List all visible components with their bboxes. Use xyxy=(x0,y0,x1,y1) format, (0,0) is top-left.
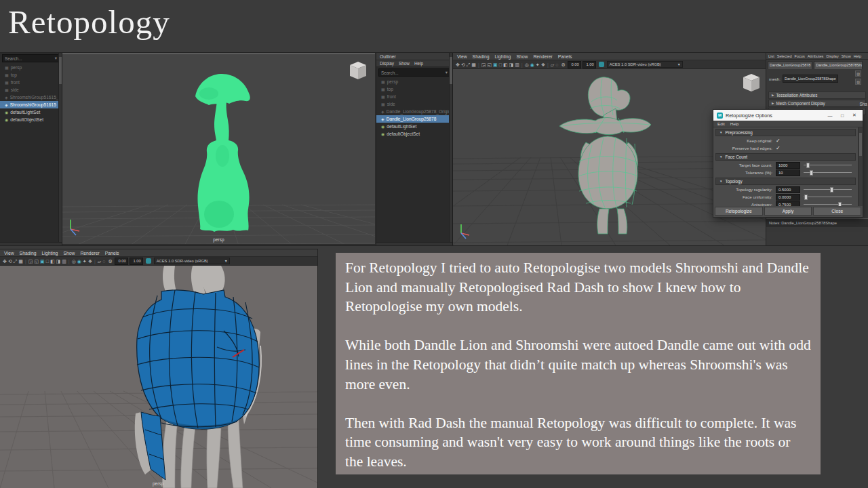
scrollbar-horizontal[interactable] xyxy=(376,242,452,245)
viewport-rad-dash[interactable]: persp xyxy=(0,266,317,488)
toolbar-icon[interactable]: ⟲ xyxy=(460,61,466,68)
outliner-item[interactable]: ▦ top xyxy=(0,71,62,79)
toolbar-icon[interactable]: ✥ xyxy=(455,61,460,68)
exposure-value[interactable]: 0.00 xyxy=(568,61,581,68)
toolbar-icon[interactable]: ▣ xyxy=(492,61,498,68)
menu-item[interactable]: Shading xyxy=(20,251,37,256)
toolbar-icon[interactable]: ◉ xyxy=(77,258,82,265)
menu-item[interactable]: Selected xyxy=(777,54,792,58)
menu-item[interactable]: Edit xyxy=(717,121,725,126)
mesh-name-field[interactable]: Dandle_LionGroup25878Shape xyxy=(783,75,838,83)
outliner-item[interactable]: ▦ top xyxy=(376,85,452,93)
toolbar-icon[interactable]: ◲ xyxy=(28,258,34,265)
toolbar-icon[interactable]: ◱ xyxy=(486,61,492,68)
face-uniformity-input[interactable]: 0.0000 xyxy=(776,194,800,201)
outliner-search-a[interactable]: Search... ▾ xyxy=(2,54,60,62)
menu-item[interactable]: Show xyxy=(63,251,75,256)
section-mesh-component-display[interactable]: ▶ Mesh Component Display xyxy=(768,100,866,107)
scrollbar[interactable] xyxy=(58,53,62,242)
menu-item[interactable]: Lighting xyxy=(42,251,58,256)
toolbar-icon[interactable]: ◨ xyxy=(56,258,62,265)
scrollbar-horizontal[interactable] xyxy=(0,242,62,245)
menu-item[interactable]: Focus xyxy=(795,54,805,58)
toolbar-icon[interactable]: ✥ xyxy=(2,258,7,265)
toolbar-icon[interactable]: ❖ xyxy=(540,61,546,68)
menu-item[interactable]: Help xyxy=(414,61,423,66)
scrollbar[interactable] xyxy=(449,53,452,242)
menu-item[interactable]: Renderer xyxy=(80,251,99,256)
apply-button[interactable]: Apply xyxy=(764,207,812,216)
anisotropy-slider[interactable] xyxy=(804,201,852,206)
menu-item[interactable]: List xyxy=(768,54,774,58)
tab-shape[interactable]: Dandle_LionGroup25878Shape xyxy=(814,61,863,69)
color-management-icon[interactable] xyxy=(146,258,151,264)
section-tessellation[interactable]: ▶ Tessellation Attributes xyxy=(768,92,866,99)
tolerance-slider[interactable] xyxy=(804,169,852,176)
menu-item[interactable]: Show xyxy=(516,54,528,59)
menu-item[interactable]: Lighting xyxy=(495,54,511,59)
keep-original-checkbox[interactable]: ✓ xyxy=(776,138,781,144)
outliner-item[interactable]: ▦ front xyxy=(376,93,452,100)
toolbar-icon[interactable]: ◧ xyxy=(502,61,509,68)
toolbar-icon[interactable]: ❖ xyxy=(87,258,93,265)
minimize-button[interactable]: — xyxy=(825,113,835,118)
outliner-item[interactable]: ▦ persp xyxy=(0,64,62,71)
outliner-item[interactable]: ▦ front xyxy=(0,79,62,86)
menu-item[interactable]: Help xyxy=(854,54,862,58)
outliner-item[interactable]: ◈ Dandle_LionGroup25878_Original xyxy=(376,108,452,115)
menu-item[interactable]: Renderer xyxy=(533,54,552,59)
docked-tab-label[interactable]: Sha xyxy=(859,102,867,106)
anisotropy-input[interactable]: 0.7500 xyxy=(776,201,800,207)
topology-regularity-input[interactable]: 0.5000 xyxy=(776,186,800,193)
gamma-value[interactable]: 1.00 xyxy=(130,258,143,265)
toolbar-icon[interactable]: ▱ xyxy=(97,258,102,265)
toolbar-icon[interactable]: ◲ xyxy=(481,61,487,68)
toolbar-icon[interactable]: ▦ xyxy=(18,258,24,265)
toolbar-icon[interactable]: ◎ xyxy=(524,61,530,68)
lock-icon[interactable]: ▨ xyxy=(855,79,861,85)
outliner-item[interactable]: ◈ ShroomshiGroup51615_Original xyxy=(0,94,62,101)
toolbar-icon[interactable]: ⟲ xyxy=(7,258,13,265)
colorspace-dropdown[interactable]: ACES 1.0 SDR-video (sRGB) ▾ xyxy=(607,61,683,68)
gear-icon[interactable]: ⚙ xyxy=(560,61,566,68)
copy-tab-icon[interactable]: ▧ xyxy=(855,70,861,77)
menu-item[interactable]: Help xyxy=(730,121,739,126)
outliner-item[interactable]: ▦ side xyxy=(0,86,62,94)
color-management-icon[interactable] xyxy=(599,62,604,67)
menu-item[interactable]: Attributes xyxy=(808,54,824,58)
gear-icon[interactable]: ⚙ xyxy=(107,258,113,265)
menu-item[interactable]: Panels xyxy=(558,54,572,59)
toolbar-icon[interactable]: ▥ xyxy=(514,61,520,68)
outliner-item[interactable]: ◉ defaultLightSet xyxy=(376,123,452,130)
outliner-item[interactable]: ◈ Dandle_LionGroup25878 xyxy=(376,115,452,123)
section-face-count[interactable]: ▼ Face Count xyxy=(715,153,856,161)
close-action-button[interactable]: Close xyxy=(813,207,861,216)
menu-item[interactable]: Display xyxy=(380,61,394,66)
outliner-item[interactable]: ◉ defaultObjectSet xyxy=(376,130,452,138)
gamma-value[interactable]: 1.00 xyxy=(583,61,596,68)
outliner-item[interactable]: ◈ ShroomshiGroup51615 xyxy=(0,101,62,108)
target-face-count-input[interactable]: 1000 xyxy=(776,162,800,169)
outliner-item[interactable]: ▦ persp xyxy=(376,78,452,85)
close-button[interactable]: ✕ xyxy=(850,113,859,118)
toolbar-icon[interactable]: ▥ xyxy=(61,258,67,265)
scrollbar[interactable] xyxy=(858,127,863,206)
menu-item[interactable]: View xyxy=(4,251,14,256)
toolbar-icon[interactable]: ◨ xyxy=(509,61,515,68)
toolbar-icon[interactable]: ◱ xyxy=(33,258,39,265)
toolbar-icon[interactable]: ✦ xyxy=(82,258,87,265)
toolbar-icon[interactable]: ▦ xyxy=(471,61,477,68)
target-face-count-slider[interactable] xyxy=(804,161,852,169)
section-topology[interactable]: ▼ Topology xyxy=(715,178,856,185)
viewport-shroomshi[interactable]: persp xyxy=(62,53,375,244)
outliner-item[interactable]: ◉ defaultLightSet xyxy=(0,108,62,116)
toolbar-icon[interactable]: ✦ xyxy=(535,61,540,68)
section-preprocessing[interactable]: ▼ Preprocessing xyxy=(715,129,856,136)
menu-item[interactable]: Display xyxy=(826,54,838,58)
exposure-value[interactable]: 0.00 xyxy=(115,258,128,265)
face-uniformity-slider[interactable] xyxy=(804,193,852,201)
menu-item[interactable]: View xyxy=(457,54,467,59)
tab-transform[interactable]: Dandle_LionGroup25878 xyxy=(768,61,812,69)
toolbar-icon[interactable]: ◌ xyxy=(102,258,106,265)
menu-item[interactable]: Panels xyxy=(105,251,119,256)
